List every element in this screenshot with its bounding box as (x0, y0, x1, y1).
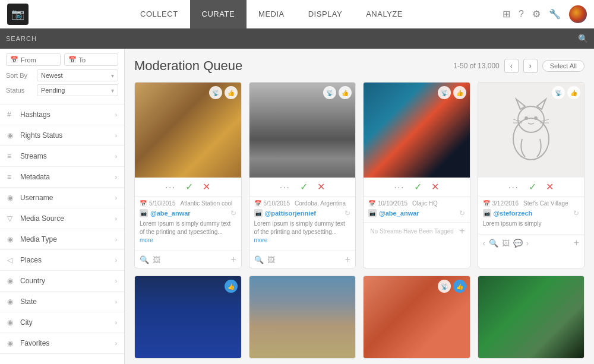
like-overlay-icon-7[interactable]: 👍 (453, 280, 466, 293)
media-card-4: 📡 👍 ··· ✓ ✕ 📅 3/12/2016 Stef's Cat Villa… (478, 82, 585, 268)
sidebar-item-media-source[interactable]: ▽ Media Source › (0, 208, 124, 229)
nav-media[interactable]: MEDIA (247, 0, 296, 29)
approve-button-4[interactable]: ✓ (529, 181, 536, 192)
rss-overlay-icon-7[interactable]: 📡 (438, 280, 451, 293)
date-row: 📅 From 📅 To (6, 53, 118, 66)
like-overlay-icon-5[interactable]: 👍 (225, 280, 238, 293)
more-options-button-2[interactable]: ··· (280, 182, 290, 192)
card-location-4: Stef's Cat Village (523, 200, 568, 207)
reject-button-1[interactable]: ✕ (203, 181, 210, 192)
approve-button-1[interactable]: ✓ (185, 181, 193, 192)
nav-analyze[interactable]: ANALYZE (354, 0, 415, 29)
filter-section: 📅 From 📅 To Sort By Newest ▾ Status Pend (0, 49, 124, 105)
header-right: 1-50 of 13,000 ‹ › Select All (453, 59, 584, 73)
sidebar-item-favorites[interactable]: ◉ Favorites › (0, 333, 124, 354)
select-all-button[interactable]: Select All (542, 60, 584, 72)
more-link-1[interactable]: more (140, 237, 153, 243)
main-layout: 📅 From 📅 To Sort By Newest ▾ Status Pend (0, 49, 594, 364)
calendar-meta-icon-1: 📅 (140, 200, 147, 207)
cards-grid: 📡 👍 ··· ✓ ✕ 📅 5/10/2015 Atlantic Station… (134, 82, 584, 359)
nav-collect[interactable]: COLLECT (128, 0, 189, 29)
search-icon[interactable]: 🔍 (578, 34, 588, 43)
reject-button-2[interactable]: ✕ (317, 181, 325, 192)
card-image-6 (249, 276, 356, 359)
from-date[interactable]: 📅 From (6, 53, 61, 66)
card-overlay-icons-4: 📡 👍 (552, 86, 580, 99)
like-overlay-icon-2[interactable]: 👍 (339, 86, 352, 99)
status-select[interactable]: Pending ▾ (37, 84, 118, 96)
approve-button-3[interactable]: ✓ (414, 181, 422, 192)
username-4[interactable]: 📷 @steforzech (483, 209, 533, 217)
sidebar-item-metadata[interactable]: ≡ Metadata › (0, 167, 124, 188)
username-3[interactable]: 📷 @abe_anwar (368, 209, 419, 217)
to-date[interactable]: 📅 To (64, 53, 119, 66)
image-stream-icon-1[interactable]: 🖼 (153, 255, 160, 264)
prev-page-button[interactable]: ‹ (504, 59, 519, 73)
sidebar-item-streams[interactable]: ≡ Streams › (0, 146, 124, 167)
card-bottom-1: 🔍 🖼 + (135, 251, 241, 268)
sidebar-item-media-type[interactable]: ◉ Media Type › (0, 229, 124, 250)
image-stream-icon-4[interactable]: 🖼 (502, 239, 510, 248)
sidebar-item-country[interactable]: ◉ Country › (0, 271, 124, 292)
reject-button-3[interactable]: ✕ (431, 181, 439, 192)
next-page-button[interactable]: › (523, 59, 538, 73)
username-1[interactable]: 📷 @abe_anwar (140, 209, 191, 217)
approve-button-2[interactable]: ✓ (300, 181, 308, 192)
more-link-2[interactable]: more (254, 237, 268, 243)
sidebar-item-hashtags[interactable]: # Hashtags › (0, 105, 124, 125)
rss-overlay-icon-1[interactable]: 📡 (209, 86, 222, 99)
calendar-icon: 📅 (10, 56, 18, 64)
username-2[interactable]: 📷 @pattisorjennief (254, 209, 317, 217)
refresh-icon-4[interactable]: ↻ (573, 209, 579, 217)
user-img-icon-1: 📷 (140, 209, 148, 217)
user-img-icon-3: 📷 (368, 209, 377, 217)
sort-row: Sort By Newest ▾ (6, 69, 118, 81)
settings-icon[interactable]: ⚙ (532, 8, 541, 20)
add-stream-button-1[interactable]: + (230, 254, 236, 265)
chevron-right-icon-2: › (115, 132, 117, 139)
wrench-icon[interactable]: 🔧 (549, 8, 561, 20)
search-stream-icon-4[interactable]: 🔍 (489, 239, 498, 248)
sidebar-item-rights-status[interactable]: ◉ Rights Status › (0, 125, 124, 146)
nav-curate[interactable]: CURATE (190, 0, 247, 29)
card-meta-3: 📅 10/10/2015 Olajic HQ 📷 @abe_anwar ↻ (364, 197, 470, 222)
search-stream-icon-1[interactable]: 🔍 (140, 255, 149, 264)
like-overlay-icon-3[interactable]: 👍 (453, 86, 466, 99)
like-overlay-icon-4[interactable]: 👍 (567, 86, 580, 99)
card-actions-4: ··· ✓ ✕ (478, 178, 584, 197)
add-stream-button-4[interactable]: + (574, 238, 579, 248)
search-stream-icon-2[interactable]: 🔍 (254, 255, 264, 264)
more-options-button-3[interactable]: ··· (394, 182, 405, 192)
like-overlay-icon-1[interactable]: 👍 (225, 86, 238, 99)
more-options-button-4[interactable]: ··· (508, 182, 519, 192)
sidebar-item-state[interactable]: ◉ State › (0, 292, 124, 312)
next-stream-icon-4[interactable]: › (526, 239, 529, 248)
card-date-2: 5/10/2015 (264, 200, 290, 207)
rss-overlay-icon-2[interactable]: 📡 (323, 86, 336, 99)
rss-overlay-icon-4[interactable]: 📡 (552, 86, 565, 99)
chevron-right-icon-9: › (115, 278, 117, 284)
sort-select[interactable]: Newest ▾ (37, 69, 118, 81)
add-stream-button-2[interactable]: + (345, 254, 350, 265)
chevron-right-icon-3: › (115, 153, 117, 160)
media-card-8 (478, 276, 585, 359)
country-icon: ◉ (7, 277, 15, 285)
prev-stream-icon-4[interactable]: ‹ (483, 239, 485, 248)
avatar[interactable] (569, 5, 587, 23)
sidebar-item-city[interactable]: ◉ City › (0, 312, 124, 333)
user-row-1: 📷 @abe_anwar ↻ (140, 209, 236, 217)
sidebar-item-places[interactable]: ◁ Places › (0, 250, 124, 271)
chat-stream-icon-4[interactable]: 💬 (513, 239, 523, 248)
sidebar-item-username[interactable]: ◉ Username › (0, 188, 124, 208)
help-icon[interactable]: ? (519, 9, 524, 20)
refresh-icon-3[interactable]: ↻ (459, 209, 465, 217)
refresh-icon-1[interactable]: ↻ (230, 209, 236, 217)
nav-display[interactable]: DISPLAY (296, 0, 354, 29)
rss-overlay-icon-3[interactable]: 📡 (438, 86, 451, 99)
reject-button-4[interactable]: ✕ (546, 181, 554, 192)
add-stream-button-3[interactable]: + (459, 226, 465, 236)
grid-icon[interactable]: ⊞ (503, 8, 510, 20)
refresh-icon-2[interactable]: ↻ (345, 209, 350, 217)
image-stream-icon-2[interactable]: 🖼 (267, 255, 275, 264)
more-options-button-1[interactable]: ··· (165, 182, 176, 192)
